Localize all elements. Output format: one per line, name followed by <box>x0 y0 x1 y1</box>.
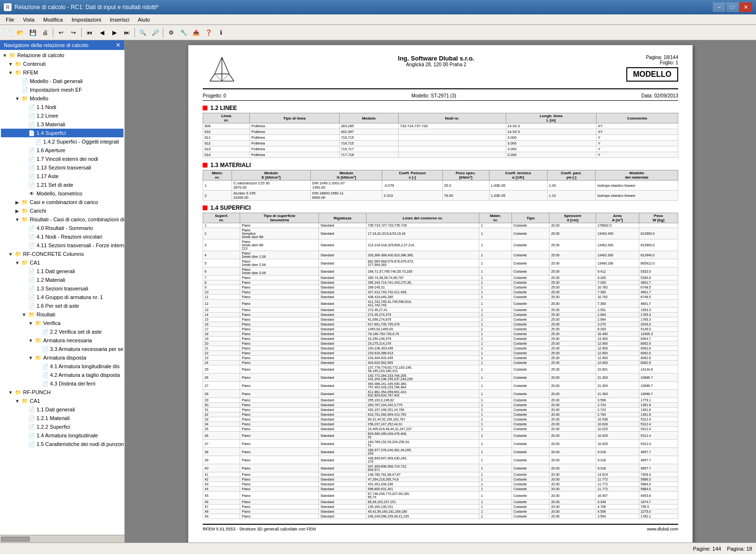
tree-rfconcrete-12[interactable]: 1.2 Materiali <box>1 276 123 284</box>
tb-help[interactable]: ❓ <box>203 27 214 38</box>
tree-411-sezioni[interactable]: 4.11 Sezioni trasversali - Forze interne <box>1 241 123 250</box>
tree-rfpunch-122[interactable]: 1.2.2 Superfici <box>1 422 123 431</box>
table-row: 6Piano Deide über 3.06Standard184,71-37,… <box>203 267 678 276</box>
tb-zoom-in[interactable]: 🔍 <box>137 27 148 38</box>
expand-icon <box>21 130 27 136</box>
tree-12-linee[interactable]: 1.2 Linee <box>1 111 123 120</box>
tb-print[interactable]: 🖨 <box>39 27 51 38</box>
menu-modifica[interactable]: Modifica <box>39 16 67 24</box>
tree-rfpunch[interactable]: ▼ RF-PUNCH <box>1 388 123 397</box>
tree-armatura-disposta[interactable]: ▼ Armatura disposta <box>1 353 123 362</box>
tree-rfpunch-14[interactable]: 1.4 Armatura longitudinale <box>1 431 123 440</box>
tree-41-armatura-long[interactable]: 4.1 Armatura longitudinale dis <box>1 362 123 371</box>
tree-rfconcrete-11[interactable]: 1.1 Dati generali <box>1 267 123 276</box>
data-label: Data: 02/09/2013 <box>641 93 678 98</box>
tree-modello[interactable]: ▼ Modello <box>1 94 123 103</box>
col-coeff-termico: Coeff. termicoα [1/K] <box>489 170 547 181</box>
menu-file[interactable]: File <box>2 16 18 24</box>
table-row: 21PianoStandard234-236,403,4451Costante2… <box>203 346 678 351</box>
tree-scrollbar-h[interactable] <box>0 535 124 542</box>
project-label: Progetto: 0 <box>203 93 226 98</box>
menu-vista[interactable]: Vista <box>19 16 38 24</box>
tb-settings[interactable]: 🔧 <box>178 27 189 38</box>
tree-22-verifica[interactable]: 2.2 Verifica set di aste <box>1 327 123 336</box>
tree-rfconcrete-16[interactable]: 1.6 Per set di aste <box>1 301 123 310</box>
tb-zoom-out[interactable]: 🔎 <box>149 27 161 38</box>
tree-rfconcrete[interactable]: ▼ RF-CONCRETE Columns <box>1 250 123 258</box>
tree-rfconcrete-risultati[interactable]: ▼ Risultati <box>1 310 123 319</box>
tree-41-nodi[interactable]: 4.1 Nodi - Reazioni vincolari <box>1 232 123 241</box>
tb-first[interactable]: ⏮ <box>84 27 95 38</box>
doc-icon <box>41 380 49 387</box>
maximize-button[interactable]: □ <box>726 2 739 12</box>
document-view[interactable]: Ing. Software Dlubal s.r.o. Anglická 28,… <box>125 40 756 542</box>
tree-casi[interactable]: ▶ Casi e combinazioni di carico <box>1 198 123 206</box>
tree-142-superfici[interactable]: 1.4.2 Superfici - Oggetti integrati <box>1 137 123 146</box>
tree-rfpunch-121[interactable]: 1.2.1 Materiali <box>1 414 123 422</box>
doc-icon <box>28 146 36 154</box>
doc-icon <box>28 224 36 232</box>
tree-43-distinta[interactable]: 4.3 Distinta dei ferri <box>1 379 123 388</box>
tree-11-nodi[interactable]: 1.1 Nodi <box>1 103 123 111</box>
menu-aiuto[interactable]: Aiuto <box>134 16 154 24</box>
tb-last[interactable]: ⏭ <box>121 27 133 38</box>
tree-rfem[interactable]: ▼ RFEM <box>1 68 123 77</box>
folder-icon <box>21 198 29 206</box>
tb-open[interactable]: 📂 <box>14 27 26 38</box>
tree-isometrico[interactable]: Modello, Isometrico <box>1 189 123 198</box>
tree-rfconcrete-14[interactable]: 1.4 Gruppo di armatura nr. 1 <box>1 293 123 301</box>
folder-icon <box>28 311 36 318</box>
tb-redo[interactable]: ↪ <box>68 27 79 38</box>
tree-40-sommario[interactable]: 4.0 Risultati - Sommario <box>1 224 123 232</box>
tree-impostazioni-mesh[interactable]: Impostazioni mesh EF <box>1 85 123 94</box>
tree-rfconcrete-ca1[interactable]: ▼ CA1 <box>1 258 123 267</box>
tree-rfpunch-11[interactable]: 1.1 Dati generali <box>1 405 123 414</box>
col-mater-nr: Mater.nr. <box>203 170 232 181</box>
tree-carichi[interactable]: ▶ Carichi <box>1 206 123 215</box>
tree-13-materiali[interactable]: 1.3 Materiali <box>1 120 123 129</box>
tb-filter[interactable]: ⚙ <box>165 27 177 38</box>
tree-16-aperture[interactable]: 1.6 Aperture <box>1 146 123 155</box>
panel-close-button[interactable]: ✕ <box>116 42 121 48</box>
tree-117-aste[interactable]: 1.17 Aste <box>1 172 123 181</box>
tree-rfconcrete-13[interactable]: 1.3 Sezioni trasversali <box>1 284 123 293</box>
tree-armatura-necessaria[interactable]: ▼ Armatura necessaria <box>1 336 123 345</box>
tree-contenuti[interactable]: ▼ Contenuti <box>1 60 123 68</box>
tree-relazione[interactable]: ▼ Relazione di calcolo <box>1 51 123 60</box>
tree-14-superfici[interactable]: 1.4 Superfici <box>1 129 123 137</box>
menu-impostazioni[interactable]: Impostazioni <box>68 16 105 24</box>
tree-modello-dati[interactable]: Modello - Dati generali <box>1 77 123 85</box>
tb-next[interactable]: ▶ <box>109 27 120 38</box>
expand-icon: ▼ <box>28 337 34 343</box>
tree-17-vincoli[interactable]: 1.7 Vincoli esterni dei nodi <box>1 155 123 163</box>
expand-icon <box>35 363 40 369</box>
table-row: 15PianoStandard41,656,274,8791Costante25… <box>203 317 678 322</box>
doc-icon <box>28 293 36 301</box>
table-row: 32PianoStandard610,791,392,609,413,7931C… <box>203 412 678 417</box>
table-row: 7PianoStandard285-74,38,36-74,96,7971Cos… <box>203 276 678 280</box>
company-name: Ing. Software Dlubal s.r.o. <box>246 55 626 62</box>
tree-33-armatura[interactable]: 3.3 Armatura necessaria per se <box>1 345 123 353</box>
close-button[interactable]: ✕ <box>740 2 752 12</box>
tb-new[interactable]: 📄 <box>2 27 13 38</box>
expand-icon <box>21 156 27 162</box>
tb-export[interactable]: 📤 <box>190 27 202 38</box>
tb-info[interactable]: ℹ <box>215 27 227 38</box>
doc-icon <box>28 172 36 180</box>
doc-icon <box>28 241 36 249</box>
tree-121-set[interactable]: 1.21 Set di aste <box>1 181 123 189</box>
menu-inserisci[interactable]: Inserisci <box>106 16 133 24</box>
tree-113-sezioni[interactable]: 1.13 Sezioni trasversali <box>1 163 123 172</box>
tb-save[interactable]: 💾 <box>27 27 38 38</box>
tree-verifica[interactable]: ▼ Verifica <box>1 319 123 327</box>
status-bar: Pagine: 144 Pagina: 18 <box>0 542 756 554</box>
minimize-button[interactable]: − <box>713 2 725 12</box>
tree-rfpunch-15[interactable]: 1.5 Caratteristiche dei nodi di punzon <box>1 440 123 448</box>
table-row: 26PianoStandard192,772,264,233,764,205, … <box>203 373 678 382</box>
tb-prev[interactable]: ◀ <box>96 27 108 38</box>
tree-42-armatura-taglio[interactable]: 4.2 Armatura a taglio disposta <box>1 371 123 379</box>
tree-rfpunch-ca1[interactable]: ▼ CA1 <box>1 397 123 405</box>
tree-risultati-casi[interactable]: ▼ Risultati - Casi di carico, combinazio… <box>1 215 123 224</box>
tb-undo[interactable]: ↩ <box>55 27 67 38</box>
expand-icon <box>21 268 27 274</box>
